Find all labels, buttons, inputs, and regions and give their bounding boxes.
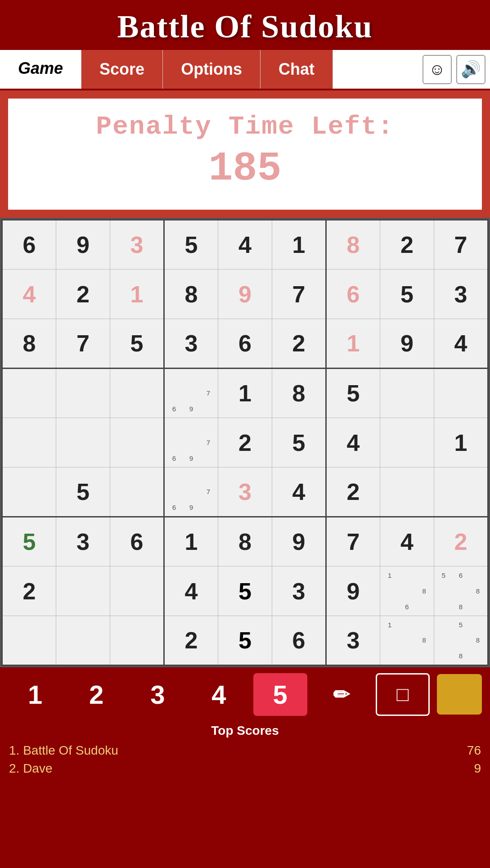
sudoku-cell[interactable]: 1 — [164, 517, 218, 567]
sudoku-cell[interactable]: 9 — [218, 270, 272, 319]
color-tool-btn[interactable] — [437, 674, 482, 715]
sudoku-cell[interactable]: 186 — [380, 567, 434, 616]
sudoku-cell[interactable] — [2, 418, 56, 468]
sound-icon-button[interactable]: 🔊 — [456, 55, 486, 84]
sudoku-cell[interactable]: 8 — [272, 369, 326, 418]
sudoku-cell[interactable]: 1 — [434, 418, 488, 468]
sudoku-cell[interactable]: 6 — [272, 616, 326, 666]
sudoku-cell[interactable] — [2, 616, 56, 666]
sudoku-cell[interactable]: 6 — [218, 319, 272, 369]
number-btn-4[interactable]: 4 — [192, 673, 246, 716]
sudoku-cell[interactable]: 5 — [110, 319, 164, 369]
sudoku-cell[interactable]: 3 — [326, 616, 380, 666]
sudoku-cell[interactable]: 18 — [380, 616, 434, 666]
sudoku-cell[interactable] — [434, 468, 488, 517]
sudoku-cell[interactable]: 3 — [218, 468, 272, 517]
sudoku-cell[interactable]: 1 — [326, 319, 380, 369]
sudoku-cell[interactable]: 588 — [434, 616, 488, 666]
sudoku-cell[interactable]: 3 — [110, 220, 164, 270]
sudoku-cell[interactable]: 5 — [380, 270, 434, 319]
sudoku-cell[interactable]: 6 — [110, 517, 164, 567]
sudoku-cell[interactable]: 769 — [164, 468, 218, 517]
sudoku-cell[interactable]: 5 — [56, 468, 110, 517]
note-digit — [398, 633, 415, 648]
sudoku-cell[interactable] — [110, 567, 164, 616]
sudoku-cell[interactable]: 9 — [380, 319, 434, 369]
sudoku-cell[interactable]: 5 — [2, 517, 56, 567]
sudoku-cell[interactable]: 3 — [272, 567, 326, 616]
sudoku-cell[interactable] — [56, 369, 110, 418]
tab-options[interactable]: Options — [163, 50, 261, 89]
sudoku-cell[interactable]: 4 — [434, 319, 488, 369]
tab-game[interactable]: Game — [0, 50, 81, 89]
sudoku-cell[interactable]: 7 — [56, 319, 110, 369]
sudoku-cell[interactable] — [110, 369, 164, 418]
sudoku-cell[interactable]: 3 — [164, 319, 218, 369]
sudoku-cell[interactable]: 1 — [272, 220, 326, 270]
sudoku-cell[interactable]: 5688 — [434, 567, 488, 616]
sudoku-cell[interactable] — [434, 369, 488, 418]
cell-value: 9 — [292, 529, 306, 555]
sudoku-cell[interactable] — [56, 418, 110, 468]
sudoku-cell[interactable]: 4 — [2, 270, 56, 319]
sudoku-cell[interactable] — [2, 369, 56, 418]
sudoku-cell[interactable] — [110, 418, 164, 468]
sudoku-cell[interactable]: 4 — [326, 418, 380, 468]
sudoku-cell[interactable]: 2 — [218, 418, 272, 468]
sudoku-cell[interactable]: 4 — [272, 468, 326, 517]
sudoku-cell[interactable] — [380, 468, 434, 517]
cell-value: 2 — [347, 479, 360, 505]
sudoku-cell[interactable]: 2 — [326, 468, 380, 517]
sudoku-cell[interactable]: 2 — [164, 616, 218, 666]
sudoku-cell[interactable]: 4 — [164, 567, 218, 616]
sudoku-cell[interactable]: 1 — [218, 369, 272, 418]
sudoku-cell[interactable]: 769 — [164, 369, 218, 418]
sudoku-cell[interactable]: 769 — [164, 418, 218, 468]
sudoku-cell[interactable]: 6 — [2, 220, 56, 270]
sudoku-cell[interactable]: 6 — [326, 270, 380, 319]
sudoku-cell[interactable]: 8 — [2, 319, 56, 369]
sudoku-cell[interactable]: 5 — [218, 616, 272, 666]
sudoku-cell[interactable]: 4 — [218, 220, 272, 270]
sudoku-cell[interactable]: 2 — [434, 517, 488, 567]
notes-tool-btn[interactable]: □ — [376, 673, 430, 716]
sudoku-cell[interactable] — [2, 468, 56, 517]
sudoku-cell[interactable]: 7 — [434, 220, 488, 270]
sudoku-cell[interactable] — [110, 468, 164, 517]
pencil-tool-btn[interactable]: ✏ — [315, 673, 369, 716]
tab-chat[interactable]: Chat — [261, 50, 333, 89]
tab-score[interactable]: Score — [81, 50, 163, 89]
number-btn-3[interactable]: 3 — [130, 673, 184, 716]
sudoku-cell[interactable]: 8 — [218, 517, 272, 567]
sudoku-cell[interactable]: 7 — [326, 517, 380, 567]
sudoku-cell[interactable]: 2 — [380, 220, 434, 270]
number-btn-2[interactable]: 2 — [69, 673, 123, 716]
sudoku-cell[interactable]: 3 — [56, 517, 110, 567]
sudoku-cell[interactable]: 2 — [2, 567, 56, 616]
sudoku-cell[interactable]: 2 — [272, 319, 326, 369]
sudoku-cell[interactable]: 9 — [272, 517, 326, 567]
sudoku-cell[interactable]: 1 — [110, 270, 164, 319]
sudoku-cell[interactable]: 4 — [380, 517, 434, 567]
sudoku-cell[interactable]: 5 — [326, 369, 380, 418]
note-digit — [183, 435, 200, 450]
sudoku-cell[interactable]: 7 — [272, 270, 326, 319]
number-btn-1[interactable]: 1 — [8, 673, 62, 716]
sudoku-cell[interactable] — [56, 567, 110, 616]
emoji-icon-button[interactable]: ☺ — [423, 55, 452, 84]
cell-value: 5 — [238, 627, 252, 653]
sudoku-cell[interactable] — [56, 616, 110, 666]
sudoku-cell[interactable] — [380, 369, 434, 418]
sudoku-cell[interactable]: 3 — [434, 270, 488, 319]
number-btn-5[interactable]: 5 — [253, 673, 307, 716]
sudoku-cell[interactable] — [110, 616, 164, 666]
sudoku-cell[interactable]: 9 — [56, 220, 110, 270]
sudoku-cell[interactable]: 2 — [56, 270, 110, 319]
sudoku-cell[interactable] — [380, 418, 434, 468]
sudoku-cell[interactable]: 5 — [164, 220, 218, 270]
sudoku-cell[interactable]: 5 — [272, 418, 326, 468]
sudoku-cell[interactable]: 9 — [326, 567, 380, 616]
sudoku-cell[interactable]: 5 — [218, 567, 272, 616]
sudoku-cell[interactable]: 8 — [326, 220, 380, 270]
sudoku-cell[interactable]: 8 — [164, 270, 218, 319]
